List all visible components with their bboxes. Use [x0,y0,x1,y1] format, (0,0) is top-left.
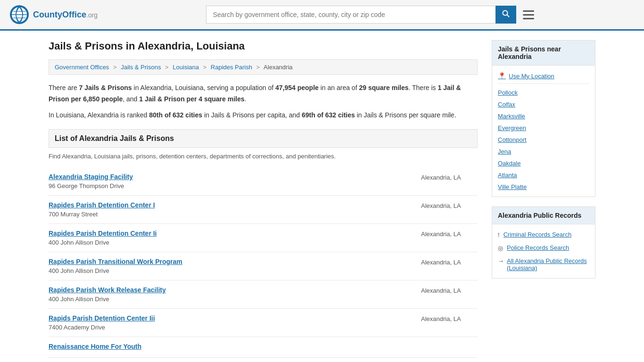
facility-row: Rapides Parish Work Release Facility 400… [49,280,478,309]
facility-row: Alexandria Staging Facility 96 George Th… [49,167,478,196]
facility-address: 7400 Academy Drive [49,324,105,331]
stats-pre: There are [49,84,79,91]
arrow-icon: → [498,257,504,264]
breadcrumb-jails-prisons[interactable]: Jails & Prisons [121,64,161,71]
facility-name[interactable]: Rapides Parish Transitional Work Program [49,258,412,265]
facility-city: Alexandria, LA [412,173,478,181]
facility-name[interactable]: Alexandria Staging Facility [49,173,412,181]
logo[interactable]: CountyOffice.org [9,5,98,25]
public-records-title: Alexandria Public Records [492,207,595,224]
facility-info: Rapides Parish Transitional Work Program… [49,258,412,274]
police-records-item: ◎ Police Records Search [498,241,589,255]
menu-line-2 [523,14,534,16]
nearby-city-link[interactable]: Atlanta [498,169,589,181]
nearby-city-link[interactable]: Pollock [498,87,589,99]
badge-icon: ◎ [498,245,503,252]
search-icon [502,10,510,17]
breadcrumb-louisiana[interactable]: Louisiana [173,64,199,71]
use-my-location-button[interactable]: 📍 Use My Location [498,69,589,84]
menu-line-1 [523,10,534,12]
stats-area-end: . There is [409,84,438,91]
nearby-city-link[interactable]: Jena [498,146,589,157]
all-records-link[interactable]: All Alexandria Public Records (Louisiana… [507,257,589,272]
stats-rank-end: in Jails & Prisons per square mile. [355,111,456,119]
stats-area-pre: in an area of [319,84,359,91]
facility-name[interactable]: Renaissance Home For Youth [49,343,412,350]
breadcrumb-sep-2: > [165,64,169,71]
menu-line-3 [523,18,534,19]
police-records-link[interactable]: Police Records Search [507,244,569,251]
page-title: Jails & Prisons in Alexandria, Louisiana [49,40,478,52]
nearby-city-link[interactable]: Oakdale [498,157,589,169]
breadcrumb-sep-3: > [203,64,207,71]
public-records-content: ! Criminal Records Search ◎ Police Recor… [492,224,595,278]
facility-address: 96 George Thompson Drive [49,182,124,189]
nearby-city-link[interactable]: Marksville [498,110,589,122]
list-heading-text: List of Alexandria Jails & Prisons [55,134,174,142]
facility-row: Rapides Parish Transitional Work Program… [49,252,478,280]
facility-address: 400 John Allison Drive [49,267,109,274]
facility-info: Alexandria Staging Facility 96 George Th… [49,173,412,189]
facility-info: Rapids Parish Detention Center Iii 7400 … [49,314,412,331]
criminal-records-link[interactable]: Criminal Records Search [504,231,572,238]
stats-per-sqmile: 1 Jail & Prison per 4 square miles [139,95,244,103]
search-button[interactable] [495,6,516,24]
facility-row: Rapides Parish Detention Center Ii 400 J… [49,224,478,252]
facility-city: Alexandria, LA [412,286,478,294]
facility-name[interactable]: Rapids Parish Detention Center Iii [49,314,412,322]
content-area: Jails & Prisons in Alexandria, Louisiana… [49,40,478,358]
facility-row: Renaissance Home For Youth [49,337,478,358]
breadcrumb-government-offices[interactable]: Government Offices [55,64,109,71]
logo-text: CountyOffice.org [33,10,98,20]
stats-final: . [245,95,247,103]
nearby-city-link[interactable]: Ville Platte [498,181,589,193]
header: CountyOffice.org [0,0,644,31]
facility-name[interactable]: Rapides Parish Work Release Facility [49,286,412,294]
facility-city: Alexandria, LA [412,201,478,209]
breadcrumb-rapides-parish[interactable]: Rapides Parish [211,64,252,71]
stats-paragraph-2: In Louisiana, Alexandria is ranked 80th … [49,110,478,121]
stats-rank1: 80th of 632 cities [149,111,202,119]
public-records-box: Alexandria Public Records ! Criminal Rec… [492,206,595,279]
criminal-records-item: ! Criminal Records Search [498,228,589,241]
stats-mid: in Alexandria, Louisiana, serving a popu… [132,84,275,91]
menu-button[interactable] [521,8,536,21]
breadcrumb-alexandria: Alexandria [264,64,292,71]
breadcrumb-sep-1: > [113,64,117,71]
svg-line-7 [507,15,509,17]
location-pin-icon: 📍 [498,72,506,80]
use-my-location-label: Use My Location [509,73,554,80]
facility-name[interactable]: Rapides Parish Detention Center I [49,201,412,209]
nearby-cities-list: PollockColfaxMarksvilleEvergreenCottonpo… [498,87,589,193]
facility-list: Alexandria Staging Facility 96 George Th… [49,167,478,358]
search-input[interactable] [206,6,495,24]
nearby-city-link[interactable]: Colfax [498,99,589,110]
list-description: Find Alexandria, Louisiana jails, prison… [49,153,478,160]
stats-comma: , and [123,95,139,103]
facility-info: Rapides Parish Detention Center I 700 Mu… [49,201,412,218]
stats-rank-mid: in Jails & Prisons per capita, and [202,111,302,119]
facility-name[interactable]: Rapides Parish Detention Center Ii [49,230,412,237]
facility-info: Rapides Parish Detention Center Ii 400 J… [49,230,412,246]
facility-city: Alexandria, LA [412,314,478,322]
stats-rank2: 69th of 632 cities [302,111,355,119]
search-area [206,6,536,24]
nearby-city-link[interactable]: Evergreen [498,122,589,134]
all-records-item: → All Alexandria Public Records (Louisia… [498,255,589,274]
facility-address: 400 John Allison Drive [49,296,109,303]
nearby-city-link[interactable]: Cottonport [498,134,589,146]
facility-city: Alexandria, LA [412,230,478,238]
list-heading-bar: List of Alexandria Jails & Prisons [49,129,478,148]
stats-population: 47,954 people [275,84,319,91]
nearby-box: Jails & Prisons near Alexandria 📍 Use My… [492,40,595,197]
breadcrumb-sep-4: > [256,64,260,71]
stats-rank-pre: In Louisiana, Alexandria is ranked [49,111,149,119]
logo-icon [9,5,29,25]
facility-info: Rapides Parish Work Release Facility 400… [49,286,412,303]
facility-address: 700 Murray Street [49,211,98,218]
stats-paragraph-1: There are 7 Jails & Prisons in Alexandri… [49,82,478,105]
nearby-content: 📍 Use My Location PollockColfaxMarksvill… [492,66,595,197]
stats-area: 29 square miles [359,84,408,91]
nearby-title: Jails & Prisons near Alexandria [492,41,595,66]
facility-info: Renaissance Home For Youth [49,343,412,352]
